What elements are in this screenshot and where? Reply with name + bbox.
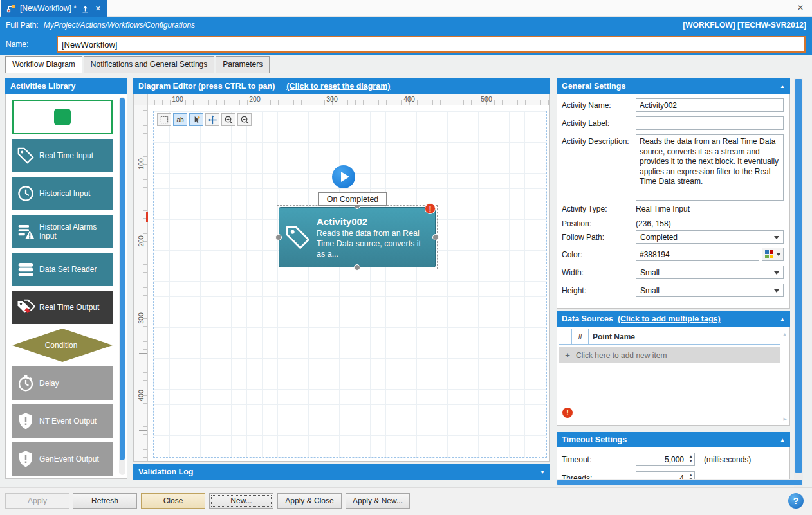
height-select[interactable]: Small [636,284,784,297]
name-bar: Name: [0,33,812,55]
document-tab[interactable]: [NewWorkflow] * ✕ [1,0,107,17]
diagram-workarea[interactable] [153,111,547,458]
tab-workflow-diagram[interactable]: Workflow Diagram [5,56,82,73]
selection-handle-bottom[interactable] [354,264,360,271]
height-label: Height: [562,286,586,295]
library-scrollbar[interactable] [119,97,125,475]
validation-log-title: Validation Log [138,467,193,476]
plus-icon: + [559,350,576,360]
library-item-genevent-output[interactable]: GenEvent Output [12,442,113,476]
help-button[interactable]: ? [788,493,804,509]
library-item-historical-alarms-input[interactable]: Historical Alarms Input [12,215,113,248]
library-item-real-time-input[interactable]: Real Time Input [12,139,113,172]
activity-node[interactable]: Activity002 Reads the data from an Real … [279,207,436,267]
validation-log-header[interactable]: Validation Log ▼ [133,464,550,480]
zoom-in-tool-button[interactable] [221,113,235,126]
full-path-value: MyProject/Actions/Workflows/Configuratio… [44,21,195,30]
text-tool-label: ab [176,116,183,123]
diagram-editor-header: Diagram Editor (press CTRL to pan) (Clic… [133,78,550,94]
window-titlebar: [NewWorkflow] * ✕ ✕ [0,0,812,17]
ruler-label: 100 [172,95,183,103]
library-item-nt-event-output[interactable]: NT Event Output [12,404,113,438]
data-sources-header[interactable]: Data Sources (Click to add multiple tags… [557,311,790,327]
tab-parameters[interactable]: Parameters [216,56,270,73]
general-settings-header[interactable]: General Settings ▲ [557,78,790,94]
horizontal-ruler: 100 200 300 400 500 [134,94,549,105]
color-input[interactable] [636,248,759,261]
name-input[interactable] [57,36,806,53]
node-description: Reads the data from an Real Time Data so… [317,228,427,259]
select-region-tool-button[interactable] [157,113,171,126]
selection-handle-right[interactable] [432,234,439,240]
vertical-ruler: 100 200 300 400 [134,105,148,461]
general-settings-panel: General Settings ▲ Activity Name: Activi… [557,78,790,309]
activity-name-label: Activity Name: [562,101,611,110]
diagram-canvas[interactable]: 100 200 300 400 500 100 200 300 400 a [133,94,550,462]
activities-library-title: Activities Library [10,82,75,91]
ruler-label: 100 [137,155,145,173]
right-horizontal-scrollbar-thumb[interactable] [557,480,802,485]
data-sources-panel: Data Sources (Click to add multiple tags… [557,311,790,426]
tab-notifications-general-settings[interactable]: Notifications and General Settings [84,56,214,73]
expand-chevron-icon[interactable]: ▼ [540,469,545,475]
refresh-button[interactable]: Refresh [73,493,137,509]
right-vertical-scrollbar[interactable] [794,78,803,487]
library-item-data-set-reader[interactable]: Data Set Reader [12,253,113,286]
scroll-right-arrow-icon[interactable]: ▶ [784,417,787,422]
library-item-real-time-output[interactable]: Real Time Output [12,291,113,324]
spin-down-icon[interactable]: ▼ [689,459,693,463]
ruler-selection-marker [146,212,148,222]
activity-label-input[interactable] [636,116,784,130]
library-item-historical-input[interactable]: Historical Input [12,177,113,210]
ruler-label: 400 [403,95,415,103]
apply-button[interactable]: Apply [5,493,69,509]
collapse-chevron-icon[interactable]: ▲ [780,437,785,443]
height-value: Small [640,286,660,295]
activity-name-input[interactable] [636,98,784,112]
add-multiple-tags-link[interactable]: (Click to add multiple tags) [618,314,721,323]
right-horizontal-scrollbar[interactable] [557,479,803,486]
apply-close-button[interactable]: Apply & Close [277,493,342,509]
ruler-label: 500 [481,95,492,103]
right-vertical-scrollbar-thumb[interactable] [795,79,802,473]
play-icon [341,172,349,182]
close-button[interactable]: Close [141,493,205,509]
library-scrollbar-thumb[interactable] [120,98,125,460]
new-button[interactable]: New... [209,493,273,509]
activity-type-label: Activity Type: [562,204,607,213]
scroll-up-arrow-icon[interactable]: ▲ [782,332,787,336]
collapse-chevron-icon[interactable]: ▲ [780,316,785,322]
activities-library-panel: Activities Library Real Time Input Histo… [5,78,127,479]
library-item-condition[interactable]: Condition [12,329,113,362]
general-settings-body: Activity Name: Activity Label: Activity … [557,94,790,309]
timeout-settings-header[interactable]: Timeout Settings ▲ [557,432,790,447]
width-value: Small [640,268,660,277]
pin-up-icon[interactable] [81,5,89,13]
collapse-chevron-icon[interactable]: ▲ [780,84,785,89]
add-new-item-row[interactable]: + Click here to add new item [559,347,780,363]
reset-diagram-link[interactable]: (Click to reset the diagram) [286,82,390,91]
pan-tool-button[interactable] [205,113,219,126]
pointer-tool-button[interactable] [189,113,203,126]
follow-path-select[interactable]: Completed [636,230,784,244]
timeout-input[interactable] [636,453,695,466]
ruler-label: 200 [137,232,145,250]
library-item-delay[interactable]: Delay [12,366,113,400]
library-item-start[interactable] [12,100,113,134]
diagram-toolbar: ab [157,113,252,126]
tag-icon [12,146,39,165]
activity-description-textarea[interactable]: Reads the data from an Real Time Data so… [636,134,784,201]
color-picker-button[interactable] [762,248,784,261]
width-select[interactable]: Small [636,266,784,279]
zoom-out-tool-button[interactable] [237,113,252,126]
timeout-settings-panel: Timeout Settings ▲ Timeout: ▲ ▼ (millise… [557,432,790,484]
data-sources-table-header: # Point Name [559,329,780,345]
apply-new-button[interactable]: Apply & New... [346,493,410,509]
text-tool-button[interactable]: ab [173,113,187,126]
start-node[interactable] [332,165,355,188]
tab-close-icon[interactable]: ✕ [95,5,101,13]
window-close-icon[interactable]: ✕ [797,3,804,12]
spinner-arrows[interactable]: ▲ ▼ [689,455,693,463]
selection-handle-left[interactable] [275,234,282,240]
timeout-field: ▲ ▼ [636,453,695,466]
